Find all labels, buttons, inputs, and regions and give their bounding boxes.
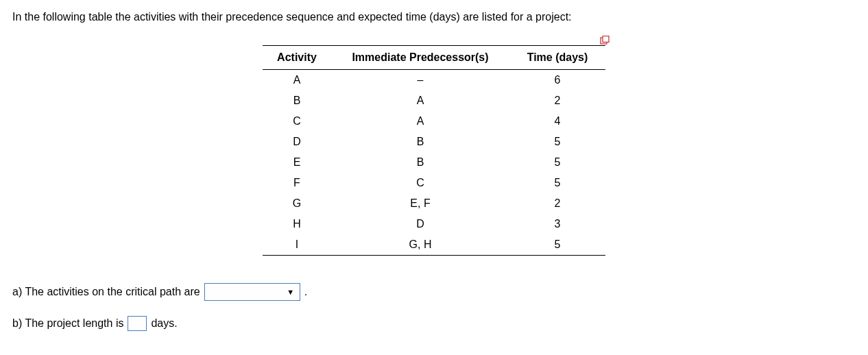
chevron-down-icon: ▼ (285, 286, 297, 298)
table-header-row: Activity Immediate Predecessor(s) Time (… (263, 46, 605, 70)
cell-time: 5 (509, 132, 605, 152)
cell-activity: D (263, 132, 331, 152)
question-a: a) The activities on the critical path a… (12, 283, 856, 301)
cell-time: 6 (509, 70, 605, 91)
cell-activity: F (263, 173, 331, 193)
table-row: BA2 (263, 90, 605, 111)
cell-predecessor: C (331, 173, 509, 193)
cell-time: 3 (509, 214, 605, 234)
question-a-suffix: . (304, 286, 307, 298)
cell-activity: C (263, 111, 331, 132)
question-b-suffix: days. (151, 317, 177, 330)
cell-predecessor: D (331, 214, 509, 234)
cell-time: 2 (509, 90, 605, 111)
problem-intro: In the following table the activities wi… (12, 10, 856, 25)
cell-activity: E (263, 152, 331, 173)
col-time: Time (days) (509, 46, 605, 70)
table-row: CA4 (263, 111, 605, 132)
project-length-input[interactable] (128, 316, 147, 331)
cell-time: 5 (509, 234, 605, 256)
table-row: EB5 (263, 152, 605, 173)
col-activity: Activity (263, 46, 331, 70)
question-b-prefix: b) The project length is (12, 317, 123, 330)
cell-time: 5 (509, 173, 605, 193)
col-predecessor: Immediate Predecessor(s) (331, 46, 509, 70)
critical-path-select[interactable]: ▼ (204, 283, 300, 301)
table-row: IG, H5 (263, 234, 605, 256)
cell-predecessor: A (331, 90, 509, 111)
table-row: HD3 (263, 214, 605, 234)
question-b: b) The project length is days. (12, 316, 856, 331)
cell-predecessor: – (331, 70, 509, 91)
svg-rect-1 (603, 36, 609, 42)
cell-time: 2 (509, 193, 605, 214)
cell-predecessor: E, F (331, 193, 509, 214)
cell-activity: G (263, 193, 331, 214)
popout-icon[interactable] (600, 36, 610, 45)
table-row: GE, F2 (263, 193, 605, 214)
cell-time: 5 (509, 152, 605, 173)
cell-activity: A (263, 70, 331, 91)
cell-predecessor: G, H (331, 234, 509, 256)
cell-predecessor: B (331, 132, 509, 152)
table-container: Activity Immediate Predecessor(s) Time (… (263, 45, 605, 256)
cell-predecessor: A (331, 111, 509, 132)
cell-predecessor: B (331, 152, 509, 173)
table-row: FC5 (263, 173, 605, 193)
activities-table: Activity Immediate Predecessor(s) Time (… (263, 45, 605, 256)
table-wrapper: Activity Immediate Predecessor(s) Time (… (12, 45, 856, 256)
table-row: A–6 (263, 70, 605, 91)
cell-activity: I (263, 234, 331, 256)
cell-time: 4 (509, 111, 605, 132)
question-a-prefix: a) The activities on the critical path a… (12, 286, 200, 298)
table-row: DB5 (263, 132, 605, 152)
cell-activity: H (263, 214, 331, 234)
cell-activity: B (263, 90, 331, 111)
